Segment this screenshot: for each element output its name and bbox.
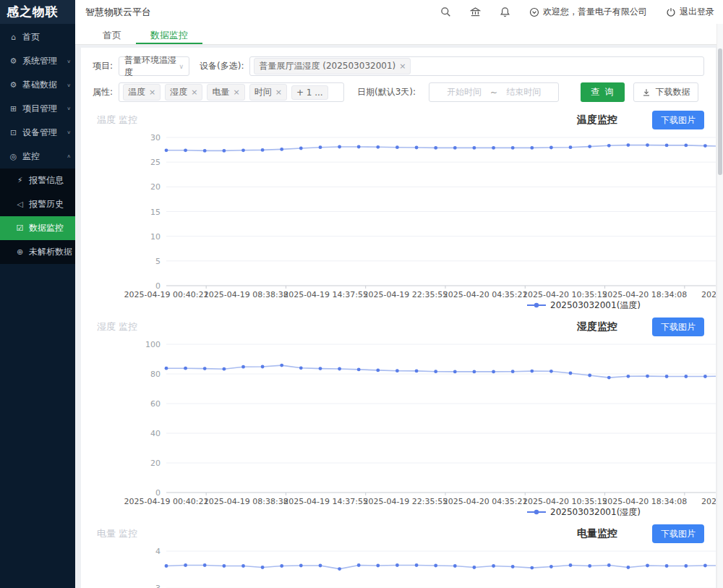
filter-row-1: 项目: 普量环境温湿度 ∨ 设备(多选): 普量展厅温湿度 (202503032…	[93, 56, 704, 76]
bell-icon[interactable]	[500, 7, 510, 17]
download-image-button[interactable]: 下载图片	[652, 318, 704, 336]
tab-home[interactable]: 首页	[88, 24, 136, 44]
page-scrollbar[interactable]	[716, 24, 723, 588]
project-select-value: 普量环境温湿度	[124, 54, 179, 79]
humidity-chart-section: 湿度 监控 湿度监控 下载图片 0204060801002025-04-19 0…	[93, 315, 704, 518]
svg-text:5: 5	[155, 257, 161, 266]
battery-chart-section: 电量 监控 电量监控 下载图片 012342025-04-19 00:40:21…	[93, 522, 704, 588]
compass-icon: ⊕	[14, 247, 25, 257]
humidity-chart: 0204060801002025-04-19 00:40:212025-04-1…	[121, 338, 716, 506]
sidebar: 感之物联 ⌂首页⚙系统管理∨⚙基础数据∨⊞项目管理∨⊡设备管理∨◎监控∧⚡报警信…	[0, 0, 75, 588]
user-circle-icon	[529, 7, 539, 17]
shield-check-icon: ☑	[14, 223, 25, 233]
svg-text:2025-04-20 18:34:08: 2025-04-20 18:34:08	[602, 497, 687, 506]
date-label: 日期(默认3天):	[357, 86, 416, 98]
search-icon[interactable]	[440, 7, 451, 17]
sidebar-item-监控[interactable]: ◎监控∧	[0, 145, 75, 169]
filter-tag[interactable]: 电量×	[207, 84, 244, 101]
sidebar-item-label: 监控	[22, 150, 40, 163]
logout-label: 退出登录	[680, 6, 714, 18]
bolt-icon: ⚡	[14, 176, 25, 185]
monitor-icon: ◎	[8, 152, 19, 161]
bank-icon[interactable]	[470, 7, 481, 17]
tag-close-icon[interactable]: ×	[275, 88, 282, 97]
tab-bar: 首页 数据监控	[75, 24, 723, 45]
temperature-chart: 0510152025302025-04-19 00:40:212025-04-1…	[121, 132, 716, 299]
humidity-chart-title: 湿度监控	[577, 320, 617, 333]
svg-text:2025-04-20 10:35:15: 2025-04-20 10:35:15	[523, 290, 607, 299]
legend-marker-icon	[527, 302, 546, 309]
tag-close-icon[interactable]: ×	[233, 88, 239, 97]
header-actions: 欢迎您，普量电子有限公司 退出登录	[422, 6, 714, 18]
legend-label: 202503032001(温度)	[550, 299, 641, 312]
device-multiselect[interactable]: 普量展厅温湿度 (202503032001)×	[249, 56, 704, 76]
sidebar-item-label: 未解析数据	[29, 246, 72, 258]
welcome-text: 欢迎您，普量电子有限公司	[543, 6, 647, 18]
sidebar-item-项目管理[interactable]: ⊞项目管理∨	[0, 97, 75, 121]
sidebar-item-未解析数据[interactable]: ⊕未解析数据	[0, 240, 75, 264]
sidebar-item-数据监控[interactable]: ☑数据监控	[0, 216, 75, 240]
svg-text:2025-04-21: 2025-04-21	[701, 290, 716, 299]
svg-text:2025-04-21: 2025-04-21	[701, 497, 716, 506]
date-start-placeholder: 开始时间	[447, 86, 482, 98]
attr-multiselect[interactable]: 温度×湿度×电量×时间×+ 1 ...	[119, 82, 344, 102]
sidebar-item-基础数据[interactable]: ⚙基础数据∨	[0, 73, 75, 97]
svg-text:100: 100	[145, 340, 161, 349]
home-icon: ⌂	[8, 33, 19, 42]
filter-tag-label: 普量展厅温湿度 (202503032001)	[259, 60, 395, 72]
tag-close-icon[interactable]: ×	[399, 61, 406, 71]
tab-data-monitor[interactable]: 数据监控	[136, 24, 202, 44]
filter-tag[interactable]: 湿度×	[165, 84, 202, 101]
sidebar-item-报警信息[interactable]: ⚡报警信息	[0, 169, 75, 192]
sidebar-item-设备管理[interactable]: ⊡设备管理∨	[0, 121, 75, 145]
filter-tag[interactable]: 普量展厅温湿度 (202503032001)×	[254, 58, 411, 74]
scrollbar-thumb[interactable]	[718, 48, 722, 175]
filter-tag-label: 时间	[254, 86, 272, 98]
temperature-faint-title: 温度 监控	[93, 114, 137, 127]
device-icon: ⊡	[8, 128, 19, 137]
attr-label: 属性:	[93, 86, 113, 98]
tag-close-icon[interactable]: ×	[149, 88, 155, 97]
svg-text:2025-04-19 14:37:55: 2025-04-19 14:37:55	[283, 497, 368, 506]
svg-text:2025-04-19 08:38:38: 2025-04-19 08:38:38	[204, 290, 288, 299]
tag-close-icon[interactable]: ×	[191, 88, 197, 97]
humidity-faint-title: 湿度 监控	[93, 320, 137, 333]
battery-chart: 012342025-04-19 00:40:212025-04-19 08:38…	[121, 545, 716, 588]
query-button[interactable]: 查 询	[581, 82, 625, 102]
project-label: 项目:	[93, 60, 113, 72]
sidebar-menu: ⌂首页⚙系统管理∨⚙基础数据∨⊞项目管理∨⊡设备管理∨◎监控∧⚡报警信息◁报警历…	[0, 24, 75, 264]
svg-text:2025-04-19 00:40:21: 2025-04-19 00:40:21	[124, 497, 209, 506]
sidebar-submenu: ⚡报警信息◁报警历史☑数据监控⊕未解析数据	[0, 169, 75, 264]
legend-label: 202503032001(湿度)	[550, 506, 641, 519]
legend-marker-icon	[527, 508, 546, 516]
sidebar-item-label: 首页	[22, 31, 40, 43]
sidebar-item-label: 项目管理	[22, 103, 57, 115]
filter-tag-label: 湿度	[170, 86, 187, 98]
more-tags-badge[interactable]: + 1 ...	[291, 85, 328, 100]
svg-text:2025-04-19 00:40:21: 2025-04-19 00:40:21	[124, 290, 209, 299]
filter-tag[interactable]: 温度×	[123, 84, 161, 101]
svg-text:30: 30	[150, 133, 161, 142]
sidebar-item-系统管理[interactable]: ⚙系统管理∨	[0, 49, 75, 73]
user-menu[interactable]: 欢迎您，普量电子有限公司	[529, 6, 647, 18]
project-select[interactable]: 普量环境温湿度 ∨	[119, 56, 189, 76]
chevron-up-icon: ∧	[67, 154, 71, 159]
sidebar-item-首页[interactable]: ⌂首页	[0, 25, 75, 49]
temperature-legend[interactable]: 202503032001(温度)	[93, 299, 704, 311]
date-range-input[interactable]: 开始时间 ~ 结束时间	[429, 82, 559, 102]
svg-text:20: 20	[150, 459, 161, 468]
battery-chart-title: 电量监控	[577, 527, 617, 540]
svg-text:20: 20	[150, 182, 161, 192]
humidity-legend[interactable]: 202503032001(湿度)	[93, 506, 704, 518]
temperature-chart-title: 温度监控	[577, 114, 617, 127]
sidebar-item-label: 基础数据	[22, 79, 57, 91]
download-image-button[interactable]: 下载图片	[652, 524, 704, 543]
download-image-button[interactable]: 下载图片	[652, 111, 704, 129]
logout-button[interactable]: 退出登录	[666, 6, 714, 18]
chevron-down-icon: ∨	[179, 63, 184, 70]
date-separator: ~	[490, 88, 497, 98]
sidebar-item-报警历史[interactable]: ◁报警历史	[0, 192, 75, 216]
download-data-button[interactable]: 下载数据	[633, 82, 698, 102]
filter-tag[interactable]: 时间×	[249, 84, 287, 101]
sidebar-item-label: 设备管理	[22, 127, 57, 139]
